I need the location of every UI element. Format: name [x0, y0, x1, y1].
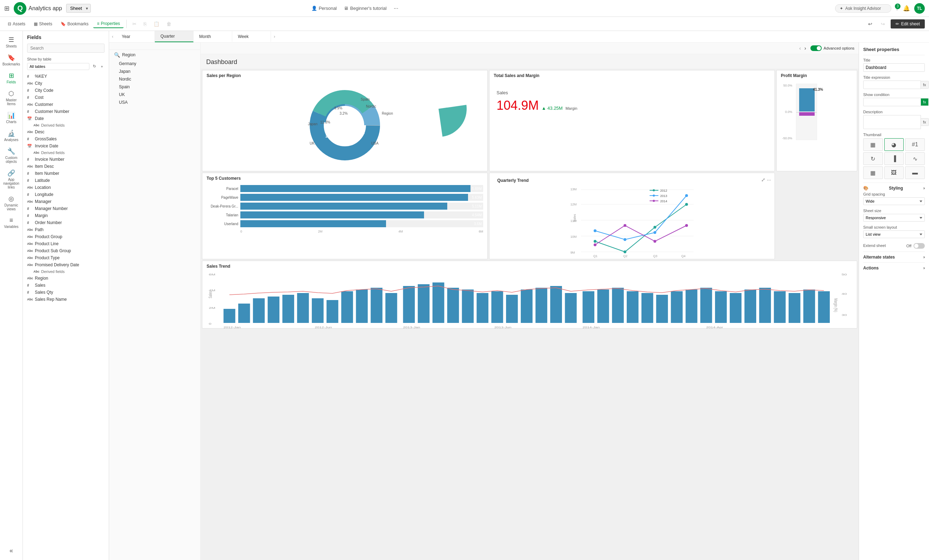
help-btn[interactable]: ? 3 [895, 5, 899, 12]
assets-btn[interactable]: ⊟ Assets [4, 20, 29, 28]
sidebar-item-custom-objects[interactable]: 🔧 Custom objects [1, 145, 21, 166]
styling-section-header[interactable]: 🎨 Styling › [863, 182, 925, 192]
field-promised-derived[interactable]: Abc Derived fields [25, 268, 107, 275]
field-customer-number[interactable]: # Customer Number [25, 108, 107, 115]
filter-week[interactable]: Week [232, 31, 271, 42]
field-city[interactable]: Abc City [25, 80, 107, 87]
sheet-selector[interactable]: Sheet [66, 4, 91, 13]
undo-btn[interactable]: ↩ [865, 20, 875, 28]
cut-btn[interactable]: ✂ [129, 20, 140, 28]
field-order-number[interactable]: # Order Number [25, 219, 107, 226]
field-product-line[interactable]: Abc Product Line [25, 240, 107, 247]
sidebar-item-charts[interactable]: 📊 Charts [1, 109, 21, 126]
sidebar-item-fields[interactable]: ⊞ Fields [1, 70, 21, 86]
thumb-bar2[interactable]: ▬ [905, 167, 925, 179]
extend-sheet-toggle[interactable] [914, 243, 925, 249]
field-longitude[interactable]: # Longitude [25, 191, 107, 198]
field-cost[interactable]: # Cost [25, 94, 107, 101]
filter-year[interactable]: Year [116, 31, 155, 42]
grid-icon[interactable]: ⊞ [4, 5, 9, 12]
fields-refresh-btn[interactable]: ↻ [92, 63, 98, 70]
user-avatar[interactable]: TL [914, 3, 925, 14]
field-invoice-date[interactable]: 📅 Invoice Date [25, 142, 107, 150]
nav-tutorial[interactable]: 🖥 Beginner's tutorial [344, 6, 387, 11]
paste-btn[interactable]: 📋 [150, 20, 162, 28]
prop-title-expr-input[interactable] [863, 81, 921, 89]
thumb-number[interactable]: #1 [905, 138, 925, 151]
field-sales-qty[interactable]: # Sales Qty [25, 289, 107, 296]
quarterly-expand-btn[interactable]: ⤢ [761, 177, 765, 182]
field-product-type[interactable]: Abc Product Type [25, 254, 107, 262]
sidebar-item-app-nav[interactable]: 🔗 App navigation links [1, 167, 21, 191]
region-germany[interactable]: Germany [114, 60, 200, 67]
copy-btn[interactable]: ⎘ [141, 20, 149, 28]
thumb-bar[interactable]: ▐ [884, 152, 904, 165]
next-arrow[interactable]: › [803, 45, 808, 52]
filter-quarter[interactable]: Quarter [155, 31, 193, 42]
sidebar-item-analyses[interactable]: 🔬 Analyses [1, 127, 21, 144]
prop-title-input[interactable] [863, 63, 925, 72]
edit-sheet-btn[interactable]: ✏ Edit sheet [891, 19, 925, 29]
field-invoice-number[interactable]: # Invoice Number [25, 156, 107, 163]
field-product-group[interactable]: Abc Product Group [25, 233, 107, 240]
notifications-btn[interactable]: 🔔 [903, 5, 910, 12]
thumb-sheet2[interactable]: ▦ [863, 167, 883, 179]
quarterly-more-btn[interactable]: ··· [767, 177, 771, 182]
field-promised-delivery[interactable]: Abc Promised Delivery Date [25, 262, 107, 268]
sidebar-collapse-btn[interactable]: « [1, 545, 21, 557]
sidebar-item-bookmarks[interactable]: 🔖 Bookmarks [1, 52, 21, 68]
nav-more-btn[interactable]: ··· [394, 5, 399, 12]
prev-arrow[interactable]: ‹ [798, 45, 802, 52]
advanced-toggle[interactable]: Advanced options [810, 45, 854, 51]
delete-btn[interactable]: 🗑 [164, 20, 174, 28]
field-date-derived[interactable]: Abc Derived fields [25, 122, 107, 129]
filter-next-btn[interactable]: › [271, 34, 278, 39]
filter-prev-btn[interactable]: ‹ [109, 34, 116, 39]
region-nordic[interactable]: Nordic [114, 75, 200, 83]
filter-month[interactable]: Month [193, 31, 232, 42]
region-japan[interactable]: Japan [114, 67, 200, 75]
field-item-desc[interactable]: Abc Item Desc [25, 163, 107, 170]
field-margin[interactable]: # Margin [25, 212, 107, 219]
thumb-pie[interactable]: ◕ [884, 138, 904, 151]
nav-personal[interactable]: 👤 Personal [311, 6, 337, 11]
field-sales[interactable]: # Sales [25, 282, 107, 289]
actions-header[interactable]: Actions › [863, 262, 925, 272]
prop-small-screen-select[interactable]: List view [863, 230, 925, 238]
insight-advisor-btn[interactable]: ✦ Ask Insight Advisor [835, 4, 891, 13]
sidebar-item-master-items[interactable]: ⬡ Master Items [1, 87, 21, 108]
alternate-states-header[interactable]: Alternate states › [863, 251, 925, 261]
field-item-number[interactable]: # Item Number [25, 170, 107, 177]
prop-description-input[interactable] [863, 115, 921, 129]
prop-show-condition-input[interactable] [863, 98, 921, 106]
fields-table-select[interactable]: All tables [27, 63, 89, 70]
properties-btn[interactable]: ≡ Properties [93, 20, 124, 28]
sheet-selector-wrapper[interactable]: Sheet [66, 4, 91, 13]
thumb-image[interactable]: 🖼 [884, 167, 904, 179]
thumb-sheet[interactable]: ▦ [863, 138, 883, 151]
field-desc[interactable]: Abc Desc [25, 129, 107, 135]
field-grosssales[interactable]: # GrossSales [25, 135, 107, 142]
field-manager[interactable]: Abc Manager [25, 198, 107, 205]
prop-sheet-size-select[interactable]: Responsive [863, 214, 925, 222]
field-customer[interactable]: Abc Customer [25, 101, 107, 108]
field-latitude[interactable]: # Latitude [25, 177, 107, 184]
prop-description-fx-btn[interactable]: fx [921, 118, 929, 126]
field-region[interactable]: Abc Region [25, 275, 107, 282]
bookmarks-btn[interactable]: 🔖 Bookmarks [57, 20, 92, 28]
field-key[interactable]: # %KEY [25, 73, 107, 80]
prop-grid-spacing-select[interactable]: Wide [863, 197, 925, 205]
sidebar-item-sheets[interactable]: ☰ Sheets [1, 34, 21, 50]
field-city-code[interactable]: # City Code [25, 87, 107, 94]
prop-show-condition-fx-btn[interactable]: fx [921, 98, 929, 106]
field-path[interactable]: Abc Path [25, 226, 107, 233]
thumb-line[interactable]: ∿ [905, 152, 925, 165]
prop-title-expr-fx-btn[interactable]: fx [921, 81, 929, 89]
region-uk[interactable]: UK [114, 91, 200, 98]
fields-search-input[interactable] [27, 44, 104, 53]
field-location[interactable]: Abc Location [25, 184, 107, 191]
field-sales-rep-name[interactable]: Abc Sales Rep Name [25, 296, 107, 303]
advanced-toggle-switch[interactable] [810, 45, 822, 51]
thumb-refresh[interactable]: ↻ [863, 152, 883, 165]
redo-btn[interactable]: ↪ [878, 20, 888, 28]
